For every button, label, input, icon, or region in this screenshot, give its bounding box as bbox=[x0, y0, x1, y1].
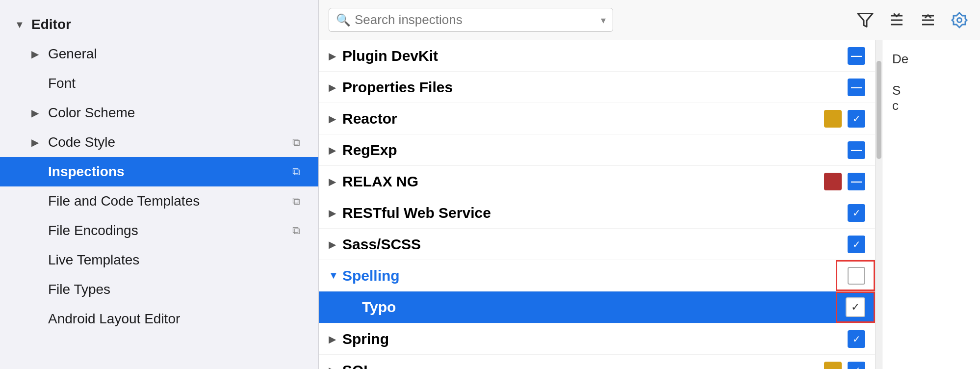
sidebar-item-code-style-label: Code Style bbox=[48, 134, 289, 150]
relax-ng-color-swatch bbox=[824, 173, 842, 190]
sidebar-item-general-label: General bbox=[48, 46, 304, 62]
sidebar-item-android-layout-editor[interactable]: ▶ Android Layout Editor bbox=[0, 304, 318, 334]
plugin-devkit-arrow-icon: ▶ bbox=[329, 50, 342, 62]
tree-row-reactor[interactable]: ▶ Reactor ✓ bbox=[319, 103, 875, 134]
spelling-arrow-icon: ▼ bbox=[329, 270, 342, 281]
sidebar-item-general[interactable]: ▶ General bbox=[0, 39, 318, 69]
scrollbar-thumb[interactable] bbox=[877, 61, 881, 159]
sidebar-item-file-code-templates[interactable]: ▶ File and Code Templates ⧉ bbox=[0, 186, 318, 216]
properties-files-label: Properties Files bbox=[342, 79, 848, 96]
sidebar-item-file-types[interactable]: ▶ File Types bbox=[0, 275, 318, 304]
settings-icon[interactable] bbox=[949, 9, 970, 31]
right-panel-text3: c bbox=[892, 98, 970, 113]
spelling-label: Spelling bbox=[342, 267, 848, 284]
sidebar-item-file-types-label: File Types bbox=[48, 282, 304, 297]
sql-label: SQL bbox=[342, 362, 824, 369]
tree-row-sass-scss[interactable]: ▶ Sass/SCSS ✓ bbox=[319, 229, 875, 260]
sidebar-item-font-label: Font bbox=[48, 76, 304, 91]
sidebar-item-color-scheme[interactable]: ▶ Color Scheme bbox=[0, 98, 318, 128]
relax-ng-arrow-icon: ▶ bbox=[329, 176, 342, 187]
tree-row-regexp[interactable]: ▶ RegExp — bbox=[319, 134, 875, 166]
regexp-checkbox[interactable]: — bbox=[848, 141, 865, 159]
plugin-devkit-label: Plugin DevKit bbox=[342, 48, 848, 64]
tree-row-plugin-devkit[interactable]: ▶ Plugin DevKit — bbox=[319, 40, 875, 72]
right-panel-text1: De bbox=[892, 52, 908, 66]
tree-row-typo[interactable]: ▶ Typo ✓ bbox=[319, 291, 875, 323]
tree-row-spelling[interactable]: ▼ Spelling bbox=[319, 260, 875, 291]
tree-row-restful[interactable]: ▶ RESTful Web Service ✓ bbox=[319, 197, 875, 229]
file-encodings-copy-icon: ⧉ bbox=[289, 223, 304, 238]
sidebar-item-file-encodings[interactable]: ▶ File Encodings ⧉ bbox=[0, 216, 318, 245]
filter-icon[interactable] bbox=[854, 9, 876, 31]
restful-label: RESTful Web Service bbox=[342, 205, 848, 221]
sidebar-item-font[interactable]: ▶ Font bbox=[0, 69, 318, 98]
sql-color-swatch bbox=[824, 362, 842, 369]
color-scheme-arrow-icon: ▶ bbox=[31, 107, 43, 119]
main-content: 🔍 ▾ bbox=[319, 0, 980, 369]
properties-files-checkbox[interactable]: — bbox=[848, 79, 865, 96]
search-icon: 🔍 bbox=[336, 13, 351, 27]
svg-marker-0 bbox=[858, 13, 873, 26]
restful-arrow-icon: ▶ bbox=[329, 207, 342, 219]
reactor-label: Reactor bbox=[342, 110, 824, 127]
sql-arrow-icon: ▶ bbox=[329, 365, 342, 369]
relax-ng-label: RELAX NG bbox=[342, 173, 824, 190]
spring-checkbox[interactable]: ✓ bbox=[848, 330, 865, 348]
general-arrow-icon: ▶ bbox=[31, 48, 43, 60]
right-panel-text: De bbox=[892, 50, 970, 68]
right-panel-text2: S bbox=[892, 83, 970, 98]
search-dropdown-icon[interactable]: ▾ bbox=[601, 14, 606, 26]
toolbar: 🔍 ▾ bbox=[319, 0, 980, 40]
sidebar: ▼ Editor ▶ General ▶ Font ▶ Color Scheme… bbox=[0, 0, 319, 369]
search-input[interactable] bbox=[355, 12, 597, 27]
sass-scss-checkbox[interactable]: ✓ bbox=[848, 236, 865, 253]
right-panel: De S c bbox=[882, 40, 980, 369]
typo-checkbox[interactable]: ✓ bbox=[846, 297, 865, 317]
tree-row-sql[interactable]: ▶ SQL ✓ bbox=[319, 355, 875, 369]
search-box[interactable]: 🔍 ▾ bbox=[329, 8, 613, 32]
reactor-color-swatch bbox=[824, 110, 842, 128]
plugin-devkit-checkbox[interactable]: — bbox=[848, 47, 865, 65]
relax-ng-checkbox[interactable]: — bbox=[848, 173, 865, 190]
spring-arrow-icon: ▶ bbox=[329, 333, 342, 345]
sidebar-item-editor[interactable]: ▼ Editor bbox=[0, 10, 318, 39]
tree-list: ▶ Plugin DevKit — ▶ Properties Files — ▶… bbox=[319, 40, 875, 369]
regexp-label: RegExp bbox=[342, 142, 848, 158]
expand-all-icon[interactable] bbox=[886, 9, 907, 31]
inspections-copy-icon: ⧉ bbox=[289, 164, 304, 179]
toolbar-icons bbox=[854, 9, 970, 31]
sidebar-item-inspections[interactable]: ▶ Inspections ⧉ bbox=[0, 157, 318, 186]
file-code-templates-copy-icon: ⧉ bbox=[289, 194, 304, 209]
sidebar-item-color-scheme-label: Color Scheme bbox=[48, 105, 304, 121]
sass-scss-arrow-icon: ▶ bbox=[329, 238, 342, 250]
sidebar-item-code-style[interactable]: ▶ Code Style ⧉ bbox=[0, 128, 318, 157]
tree-row-spring[interactable]: ▶ Spring ✓ bbox=[319, 323, 875, 355]
restful-checkbox[interactable]: ✓ bbox=[848, 204, 865, 222]
reactor-checkbox[interactable]: ✓ bbox=[848, 110, 865, 128]
typo-label: Typo bbox=[362, 299, 846, 316]
spelling-checkbox[interactable] bbox=[848, 267, 865, 285]
sql-checkbox[interactable]: ✓ bbox=[848, 362, 865, 369]
reactor-arrow-icon: ▶ bbox=[329, 113, 342, 125]
code-style-arrow-icon: ▶ bbox=[31, 136, 43, 148]
scrollbar[interactable] bbox=[875, 40, 882, 369]
regexp-arrow-icon: ▶ bbox=[329, 144, 342, 156]
code-style-copy-icon: ⧉ bbox=[289, 135, 304, 150]
sidebar-item-file-code-templates-label: File and Code Templates bbox=[48, 193, 289, 209]
editor-arrow-icon: ▼ bbox=[15, 19, 26, 30]
spring-label: Spring bbox=[342, 331, 848, 347]
sidebar-item-inspections-label: Inspections bbox=[48, 164, 289, 180]
svg-point-7 bbox=[957, 18, 962, 22]
tree-row-properties-files[interactable]: ▶ Properties Files — bbox=[319, 72, 875, 103]
sidebar-item-editor-label: Editor bbox=[31, 17, 304, 32]
properties-files-arrow-icon: ▶ bbox=[329, 81, 342, 93]
sidebar-item-live-templates[interactable]: ▶ Live Templates bbox=[0, 245, 318, 275]
sidebar-item-android-label: Android Layout Editor bbox=[48, 311, 304, 327]
sass-scss-label: Sass/SCSS bbox=[342, 236, 848, 253]
tree-row-relax-ng[interactable]: ▶ RELAX NG — bbox=[319, 166, 875, 197]
collapse-all-icon[interactable] bbox=[917, 9, 939, 31]
sidebar-item-file-encodings-label: File Encodings bbox=[48, 223, 289, 238]
sidebar-item-live-templates-label: Live Templates bbox=[48, 252, 304, 268]
